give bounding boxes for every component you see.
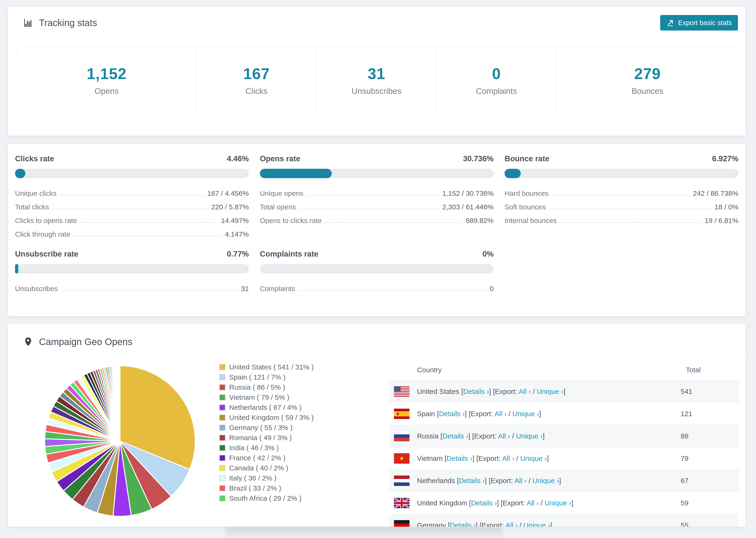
export-label-text: [Export: [489,477,514,484]
total-cell: 59 [681,499,739,507]
rate-group-bounce-rate: Bounce rate6.927%Hard bounces242 / 86.73… [505,154,738,239]
detail-value: 242 / 86.738% [693,189,739,198]
export-basic-stats-button[interactable]: Export basic stats [660,15,738,30]
dotted-leader [560,222,702,223]
legend-swatch [219,485,225,491]
slash-text: / [510,432,516,440]
bracket-text: ] [465,410,469,418]
legend-swatch [219,435,225,441]
bracket-text: ] [539,410,541,418]
country-name: United Kingdom [417,499,467,507]
export-unique-link[interactable]: Unique › [516,432,543,440]
legend-item-germany: Germany ( 55 / 3% ) [219,424,314,431]
detail-label: Hard bounces [505,189,549,198]
rate-title: Complaints rate [260,249,318,258]
details-link[interactable]: Details › [450,521,476,527]
legend-label: India ( 46 / 3% ) [229,444,279,452]
export-all-link[interactable]: All › [495,410,507,418]
table-row-spain: Spain [Details ›] [Export: All › / Uniqu… [389,403,739,425]
dotted-leader [325,222,463,223]
export-all-link[interactable]: All › [506,521,518,527]
bracket-text: ] [543,432,544,440]
country-cell: Spain [Details ›] [Export: All › / Uniqu… [417,410,541,418]
flag-nl-icon [394,476,409,486]
details-link[interactable]: Details › [463,388,489,395]
geo-header: Campaign Geo Opens [8,324,745,360]
bracket-text: ] [547,455,549,462]
export-unique-link[interactable]: Unique › [545,499,571,507]
stat-label: Opens [95,86,119,96]
rate-group-head: Bounce rate6.927% [505,154,738,163]
stat-box-complaints: 0Complaints [436,47,557,113]
rate-value: 0% [482,249,494,258]
geo-table-header: Country Total [389,360,739,380]
detail-label: Opens to clicks rate [260,217,322,225]
total-cell: 55 [681,521,739,527]
legend-swatch [219,384,225,390]
legend-swatch [219,445,225,451]
stat-box-bounces: 279Bounces [557,47,738,113]
export-unique-link[interactable]: Unique › [537,388,563,395]
progress-bar-fill [15,264,18,273]
export-all-link[interactable]: All › [527,499,539,507]
detail-label: Clicks to opens rate [15,217,77,225]
details-link[interactable]: Details › [447,455,472,462]
rate-detail-rows: Unique clicks167 / 4.456%Total clicks220… [15,184,249,239]
detail-value: 220 / 5.87% [211,203,249,211]
details-link[interactable]: Details › [442,432,468,440]
stat-box-clicks: 167Clicks [196,47,316,113]
total-cell: 79 [681,455,739,462]
export-all-link[interactable]: All › [498,432,510,440]
dotted-leader [61,290,238,291]
export-unique-link[interactable]: Unique › [513,410,539,418]
detail-value: 2,303 / 61.446% [442,203,494,211]
details-link[interactable]: Details › [459,477,485,484]
flag-vn-icon [394,453,409,463]
country-cell: Germany [Details ›] [Export: All › / Uni… [417,521,552,527]
legend-label: Italy ( 36 / 2% ) [229,474,277,482]
legend-item-vietnam: Vietnam ( 79 / 5% ) [219,394,314,401]
dotted-leader [552,195,690,195]
legend-item-south-africa: South Africa ( 29 / 2% ) [219,495,314,502]
dotted-leader [299,209,440,209]
country-cell: United Kingdom [Details ›] [Export: All … [417,499,573,507]
export-all-link[interactable]: All › [514,477,527,484]
export-unique-link[interactable]: Unique › [523,521,550,527]
stat-value: 167 [243,65,270,82]
rate-detail-rows: Unsubscribes31 [15,280,249,293]
stat-label: Complaints [476,86,517,96]
tracking-stats-title: Tracking stats [23,18,97,28]
table-row-vietnam: Vietnam [Details ›] [Export: All › / Uni… [389,447,739,469]
pie-slice-other[interactable] [120,366,120,441]
rate-detail-row: Total clicks220 / 5.87% [15,198,249,211]
export-unique-link[interactable]: Unique › [520,455,547,462]
detail-value: 18 / 0% [715,203,738,211]
geo-title-text: Campaign Geo Opens [39,337,133,347]
export-unique-link[interactable]: Unique › [532,477,559,484]
flag-de-icon [394,520,409,527]
detail-label: Soft bounces [505,203,546,211]
rate-detail-row: Unique clicks167 / 4.456% [15,184,249,198]
stat-label: Bounces [631,86,664,96]
bracket-text: [ [459,388,463,395]
detail-label: Internal bounces [505,217,557,225]
table-row-netherlands: Netherlands [Details ›] [Export: All › /… [389,469,739,492]
slash-text: / [514,455,520,462]
details-link[interactable]: Details › [471,499,497,507]
stat-value: 279 [634,65,661,82]
rate-value: 6.927% [712,154,738,163]
legend-item-romania: Romania ( 49 / 3% ) [219,434,314,441]
stat-value: 31 [368,65,385,82]
details-link[interactable]: Details › [439,410,465,418]
summary-stats-row: 1,152Opens167Clicks31Unsubscribes0Compla… [17,47,739,114]
export-all-link[interactable]: All › [502,455,514,462]
detail-value: 1,152 / 30.736% [442,189,494,198]
rate-detail-row: Total opens2,303 / 61.446% [260,198,494,211]
export-label-text: [Export: [476,455,502,462]
progress-bar-track [15,169,249,178]
rates-grid: Clicks rate4.46%Unique clicks167 / 4.456… [15,154,738,293]
dotted-leader [60,195,204,195]
legend-swatch [219,475,225,481]
progress-bar-track [15,264,249,273]
export-all-link[interactable]: All › [519,388,531,395]
